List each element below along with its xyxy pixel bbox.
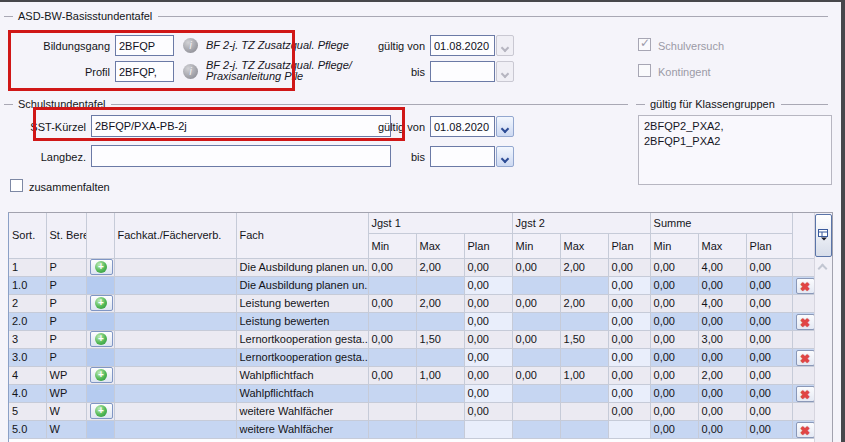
- cell-value[interactable]: 0,00: [650, 312, 698, 330]
- cell-st-bereich[interactable]: P: [46, 348, 86, 366]
- cell-value[interactable]: [416, 348, 464, 366]
- cell-st-bereich[interactable]: P: [46, 276, 86, 294]
- cell-value[interactable]: [368, 420, 416, 438]
- cell-value[interactable]: 0,00: [464, 348, 512, 366]
- schul-gueltig-von-dropdown[interactable]: [496, 116, 514, 137]
- col-header-summe-plan[interactable]: Plan: [746, 233, 792, 258]
- cell-sort[interactable]: 1.0: [9, 276, 46, 294]
- cell-value[interactable]: 0,00: [650, 420, 698, 438]
- cell-value[interactable]: 0,00: [512, 258, 560, 276]
- cell-value[interactable]: 0,00: [464, 258, 512, 276]
- cell-sort[interactable]: 3.0: [9, 348, 46, 366]
- cell-fach[interactable]: Lernortkooperation gesta...: [236, 330, 368, 348]
- cell-fachkat[interactable]: [114, 312, 236, 330]
- col-header-sort[interactable]: Sort.: [9, 213, 46, 258]
- cell-value[interactable]: [416, 384, 464, 402]
- zusammenfalten-checkbox[interactable]: [10, 179, 23, 192]
- cell-value[interactable]: 0,00: [608, 348, 650, 366]
- cell-fach[interactable]: Leistung bewerten: [236, 294, 368, 312]
- cell-value[interactable]: 0,00: [464, 384, 512, 402]
- schul-bis-dropdown[interactable]: [496, 146, 514, 167]
- cell-value[interactable]: [560, 312, 608, 330]
- cell-value[interactable]: 0,00: [608, 384, 650, 402]
- cell-value[interactable]: 0,00: [746, 276, 792, 294]
- cell-fachkat[interactable]: [114, 348, 236, 366]
- cell-value[interactable]: 0,00: [746, 366, 792, 384]
- cell-value[interactable]: 0,00: [650, 366, 698, 384]
- cell-value[interactable]: [560, 420, 608, 438]
- cell-value[interactable]: 3,00: [698, 330, 746, 348]
- cell-value[interactable]: [368, 312, 416, 330]
- cell-value[interactable]: 2,00: [416, 258, 464, 276]
- cell-value[interactable]: [368, 276, 416, 294]
- delete-row-button[interactable]: ✖: [796, 422, 815, 438]
- cell-value[interactable]: 0,00: [608, 402, 650, 420]
- col-group-jgst2[interactable]: Jgst 2: [512, 213, 650, 233]
- vertical-scrollbar[interactable]: [814, 213, 832, 442]
- cell-sort[interactable]: 2: [9, 294, 46, 312]
- cell-value[interactable]: 0,00: [698, 348, 746, 366]
- col-header-summe-min[interactable]: Min: [650, 233, 698, 258]
- col-header-jgst1-min[interactable]: Min: [368, 233, 416, 258]
- col-header-fach[interactable]: Fach: [236, 213, 368, 258]
- cell-fach[interactable]: weitere Wahlfächer: [236, 420, 368, 438]
- cell-value[interactable]: 0,00: [512, 366, 560, 384]
- delete-row-button[interactable]: ✖: [796, 350, 815, 366]
- cell-value[interactable]: 0,00: [746, 294, 792, 312]
- cell-st-bereich[interactable]: P: [46, 312, 86, 330]
- profil-input[interactable]: [115, 61, 174, 82]
- basis-gueltig-von-input[interactable]: [430, 35, 495, 56]
- cell-fachkat[interactable]: [114, 276, 236, 294]
- cell-value[interactable]: 0,00: [746, 330, 792, 348]
- col-header-summe-max[interactable]: Max: [698, 233, 746, 258]
- zusammenfalten-label[interactable]: zusammenfalten: [29, 181, 110, 193]
- cell-value[interactable]: 0,00: [608, 366, 650, 384]
- cell-value[interactable]: [416, 312, 464, 330]
- cell-value[interactable]: [608, 420, 650, 438]
- cell-sort[interactable]: 3: [9, 330, 46, 348]
- cell-value[interactable]: 1,00: [416, 366, 464, 384]
- cell-fachkat[interactable]: [114, 366, 236, 384]
- cell-value[interactable]: 0,00: [464, 276, 512, 294]
- cell-st-bereich[interactable]: P: [46, 330, 86, 348]
- cell-value[interactable]: [416, 402, 464, 420]
- cell-st-bereich[interactable]: WP: [46, 384, 86, 402]
- cell-fach[interactable]: weitere Wahlfächer: [236, 402, 368, 420]
- cell-st-bereich[interactable]: P: [46, 258, 86, 276]
- cell-fach[interactable]: Die Ausbildung planen un...: [236, 258, 368, 276]
- cell-value[interactable]: [368, 402, 416, 420]
- cell-value[interactable]: 1,50: [416, 330, 464, 348]
- col-header-jgst2-max[interactable]: Max: [560, 233, 608, 258]
- add-fach-button[interactable]: +: [90, 403, 113, 419]
- cell-value[interactable]: [560, 276, 608, 294]
- add-fach-button[interactable]: +: [90, 259, 113, 275]
- cell-value[interactable]: 4,00: [698, 258, 746, 276]
- col-group-jgst1[interactable]: Jgst 1: [368, 213, 512, 233]
- col-group-summe[interactable]: Summe: [650, 213, 792, 233]
- cell-fachkat[interactable]: [114, 294, 236, 312]
- cell-st-bereich[interactable]: W: [46, 420, 86, 438]
- cell-sort[interactable]: 4: [9, 366, 46, 384]
- cell-value[interactable]: [512, 312, 560, 330]
- cell-fachkat[interactable]: [114, 258, 236, 276]
- cell-value[interactable]: 0,00: [368, 294, 416, 312]
- schul-bis-input[interactable]: [430, 146, 495, 167]
- cell-value[interactable]: 0,00: [650, 402, 698, 420]
- cell-value[interactable]: [560, 348, 608, 366]
- cell-value[interactable]: 0,00: [608, 258, 650, 276]
- cell-value[interactable]: [512, 402, 560, 420]
- cell-sort[interactable]: 4.0: [9, 384, 46, 402]
- add-fach-button[interactable]: +: [90, 367, 113, 383]
- basis-bis-input[interactable]: [430, 61, 495, 82]
- cell-value[interactable]: [464, 420, 512, 438]
- bildungsgang-input[interactable]: [115, 35, 174, 56]
- cell-fach[interactable]: Leistung bewerten: [236, 312, 368, 330]
- col-header-st-bereich[interactable]: St. Bereich: [46, 213, 86, 258]
- cell-value[interactable]: 0,00: [746, 402, 792, 420]
- cell-value[interactable]: [416, 420, 464, 438]
- cell-value[interactable]: [512, 420, 560, 438]
- cell-value[interactable]: 0,00: [608, 294, 650, 312]
- col-header-jgst2-min[interactable]: Min: [512, 233, 560, 258]
- cell-value[interactable]: 0,00: [650, 384, 698, 402]
- cell-value[interactable]: 0,00: [746, 312, 792, 330]
